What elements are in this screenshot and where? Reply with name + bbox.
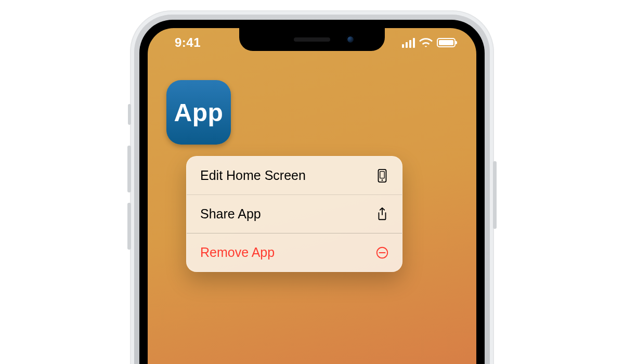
volume-down-button[interactable]: [127, 203, 131, 250]
status-bar: 9:41: [148, 28, 476, 57]
app-context-menu: Edit Home Screen Share App Remove App: [186, 156, 402, 272]
menu-item-edit-home-screen[interactable]: Edit Home Screen: [187, 157, 402, 194]
menu-item-remove-app[interactable]: Remove App: [187, 233, 402, 271]
volume-up-button[interactable]: [127, 146, 131, 192]
menu-item-label: Edit Home Screen: [200, 168, 306, 183]
remove-icon: [375, 245, 389, 260]
cellular-signal-icon: [402, 38, 415, 48]
share-icon: [375, 207, 389, 222]
menu-item-share-app[interactable]: Share App: [187, 194, 402, 233]
wifi-icon: [419, 37, 433, 48]
menu-item-label: Remove App: [200, 245, 275, 260]
status-time: 9:41: [175, 35, 201, 50]
svg-rect-1: [380, 171, 384, 178]
app-icon-label: App: [174, 98, 224, 127]
menu-item-label: Share App: [200, 206, 261, 222]
app-icon[interactable]: App: [166, 80, 231, 145]
iphone-device-frame: 9:41 App Edit Home Screen: [130, 10, 494, 364]
side-power-button[interactable]: [493, 161, 497, 229]
svg-point-2: [382, 179, 383, 181]
home-screen[interactable]: 9:41 App Edit Home Screen: [148, 28, 476, 364]
mute-switch[interactable]: [128, 104, 131, 125]
battery-icon: [437, 38, 456, 47]
home-screen-icon: [375, 168, 389, 183]
status-indicators: [402, 37, 456, 48]
